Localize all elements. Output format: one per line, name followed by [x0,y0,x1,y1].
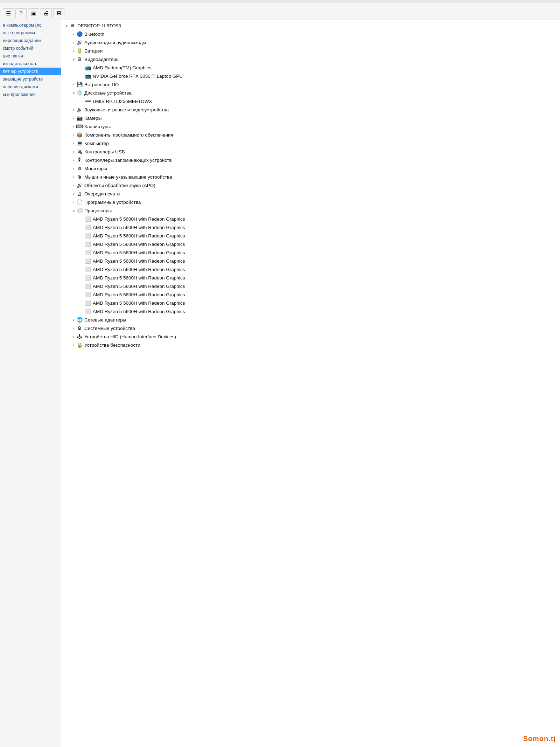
chevron-14: › [71,174,76,179]
toolbar-btn-3[interactable]: ▣ [28,8,39,18]
tree-item-15[interactable]: › 🔊 Объекты обработки звука (APO) [61,181,560,189]
sub-chevron-18-4 [79,250,84,255]
tree-item-12[interactable]: › 🗄 Контроллеры запоминающих устройств [61,156,560,164]
sub-icon-18-4: ⬜ [84,249,91,256]
root-label: DESKTOP-1L8TO93 [77,23,121,28]
tree-item-0[interactable]: › 🔵 Bluetooth [61,30,560,38]
sidebar-item-7[interactable]: знающие устройств [0,75,61,83]
chevron-11: › [71,149,76,154]
icon-12: 🗄 [76,157,83,164]
toolbar-btn-5[interactable]: 🖥 [53,8,64,18]
sub-chevron-18-7 [79,275,84,280]
chevron-13: › [71,166,76,171]
tree-item-3-1[interactable]: 📺 NVIDIA GeForce RTX 3050 Ti Laptop GPU [61,72,560,80]
toolbar-btn-2[interactable]: ? [15,8,27,18]
tree-item-18-6[interactable]: ⬜ AMD Ryzen 5 5600H with Radeon Graphics [61,265,560,274]
device-manager-window: ☰ ? ▣ 🖨 🖥 е компьютером (лсные программы… [0,0,560,747]
label-17: Программные устройства [84,200,141,205]
tree-item-5[interactable]: ∨ 💿 Дисковые устройства [61,89,560,97]
sub-icon-18-10: ⬜ [84,299,91,306]
tree-item-11[interactable]: › 🔌 Контроллеры USB [61,147,560,156]
sub-chevron-18-0 [79,216,84,221]
sub-chevron-18-11 [79,309,84,314]
tree-item-9[interactable]: › 📦 Компоненты программного обеспечения [61,131,560,139]
tree-item-6[interactable]: › 🔈 Звуковые, игровые и видеоустройства [61,105,560,114]
chevron-19: › [71,317,76,322]
icon-1: 🔊 [76,39,83,46]
root-chevron: ∨ [64,23,69,28]
chevron-1: › [71,40,76,45]
sub-chevron-18-9 [79,292,84,297]
menu-help[interactable] [22,4,27,6]
sidebar-item-4[interactable]: дие папки [0,52,61,60]
tree-item-3-0[interactable]: 📺 AMD Radeon(TM) Graphics [61,63,560,72]
sidebar-item-6[interactable]: петчер устройств [0,68,61,75]
tree-root[interactable]: ∨ 🖥 DESKTOP-1L8TO93 [61,21,560,30]
chevron-15: › [71,183,76,188]
tree-item-5-0[interactable]: ➖ UMIS RPJTJ256MEE1OWX [61,97,560,105]
sidebar-item-5[interactable]: изводительность [0,60,61,68]
tree-item-18[interactable]: ∨ ⬜ Процессоры [61,206,560,215]
sub-chevron-18-8 [79,284,84,289]
toolbar-btn-4[interactable]: 🖨 [41,8,52,18]
tree-item-18-2[interactable]: ⬜ AMD Ryzen 5 5600H with Radeon Graphics [61,231,560,240]
tree-item-18-9[interactable]: ⬜ AMD Ryzen 5 5600H with Radeon Graphics [61,290,560,299]
tree-item-18-0[interactable]: ⬜ AMD Ryzen 5 5600H with Radeon Graphics [61,215,560,223]
tree-item-22[interactable]: › 🔒 Устройства безопасности [61,341,560,349]
tree-item-18-8[interactable]: ⬜ AMD Ryzen 5 5600H with Radeon Graphics [61,282,560,290]
tree-item-4[interactable]: › 💾 Встроенное ПО [61,80,560,89]
chevron-20: › [71,326,76,331]
icon-15: 🔊 [76,182,83,189]
menu-view[interactable] [13,4,17,6]
sub-label-18-0: AMD Ryzen 5 5600H with Radeon Graphics [93,216,185,222]
tree-item-2[interactable]: › 🔋 Батареи [61,47,560,55]
tree-item-20[interactable]: › ⚙ Системные устройства [61,324,560,332]
label-9: Компоненты программного обеспечения [84,132,173,138]
tree-item-17[interactable]: › 📄 Программные устройства [61,198,560,206]
sidebar-item-9[interactable]: ы и приложения [0,91,61,98]
tree-item-18-11[interactable]: ⬜ AMD Ryzen 5 5600H with Radeon Graphics [61,307,560,316]
toolbar-btn-1[interactable]: ☰ [3,8,14,18]
chevron-21: › [71,334,76,339]
sidebar-item-8[interactable]: авление дисками [0,83,61,91]
sub-chevron-18-3 [79,242,84,247]
tree-item-18-3[interactable]: ⬜ AMD Ryzen 5 5600H with Radeon Graphics [61,240,560,248]
sub-label-5-0: UMIS RPJTJ256MEE1OWX [93,99,152,104]
tree-item-18-4[interactable]: ⬜ AMD Ryzen 5 5600H with Radeon Graphics [61,248,560,257]
tree-item-18-5[interactable]: ⬜ AMD Ryzen 5 5600H with Radeon Graphics [61,257,560,265]
tree-item-14[interactable]: › 🖱 Мыши и иные указывающие устройства [61,173,560,181]
sidebar-item-0[interactable]: е компьютером (лс [0,21,61,29]
sub-icon-18-11: ⬜ [84,308,91,315]
tree-item-3[interactable]: ∨ 🖥 Видеоадаптеры [61,55,560,63]
tree-item-18-10[interactable]: ⬜ AMD Ryzen 5 5600H with Radeon Graphics [61,299,560,307]
tree-item-19[interactable]: › 🌐 Сетевые адаптеры [61,316,560,324]
icon-16: 🖨 [76,190,83,197]
tree-item-10[interactable]: › 💻 Компьютер [61,139,560,147]
label-0: Bluetooth [84,32,104,37]
tree-item-13[interactable]: › 🖥 Мониторы [61,164,560,173]
tree-item-16[interactable]: › 🖨 Очереди печати [61,189,560,198]
label-7: Камеры [84,116,102,121]
icon-22: 🔒 [76,341,83,348]
icon-11: 🔌 [76,148,83,155]
sidebar-item-1[interactable]: ные программы [0,29,61,37]
sidebar-item-2[interactable]: нировщик заданий [0,37,61,44]
sidebar-item-3[interactable]: смотр событий [0,44,61,52]
chevron-12: › [71,158,76,162]
chevron-4: › [71,82,76,87]
tree-item-8[interactable]: › ⌨ Клавиатуры [61,122,560,131]
chevron-18: ∨ [71,208,76,213]
label-12: Контроллеры запоминающих устройств [84,158,172,163]
icon-4: 💾 [76,81,83,88]
tree-item-1[interactable]: › 🔊 Аудиовходы и аудиовыходы [61,38,560,47]
tree-item-18-1[interactable]: ⬜ AMD Ryzen 5 5600H with Radeon Graphics [61,223,560,231]
tree-item-7[interactable]: › 📷 Камеры [61,114,560,122]
label-16: Очереди печати [84,191,120,196]
title-bar [0,0,560,3]
label-10: Компьютер [84,141,109,146]
sub-icon-18-7: ⬜ [84,274,91,281]
tree-item-18-7[interactable]: ⬜ AMD Ryzen 5 5600H with Radeon Graphics [61,274,560,282]
menu-file[interactable] [3,4,7,6]
tree-item-21[interactable]: › 🕹 Устройства HID (Human Interface Devi… [61,332,560,341]
chevron-16: › [71,191,76,196]
